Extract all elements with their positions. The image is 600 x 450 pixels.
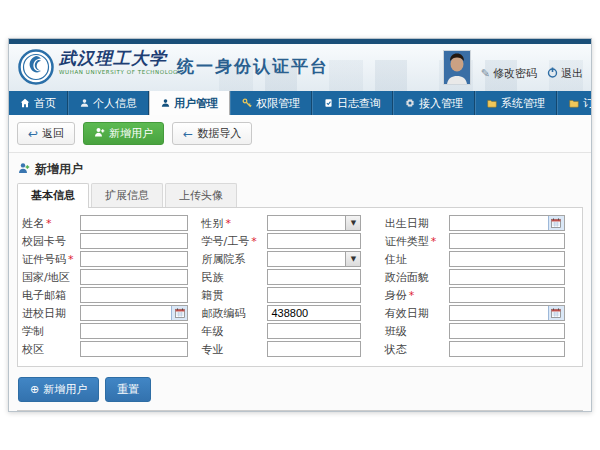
campus-card-input[interactable]: [80, 233, 188, 249]
gender-select[interactable]: ▼: [267, 215, 361, 231]
country-input[interactable]: [80, 269, 188, 285]
name-input[interactable]: [80, 215, 188, 231]
data-import-button[interactable]: ← 数据导入: [172, 122, 252, 145]
birth-date-label-text: 出生日期: [385, 217, 429, 230]
calendar-icon[interactable]: [171, 306, 187, 320]
valid-date-label-text: 有效日期: [385, 307, 429, 320]
form-row-valid-date: 有效日期: [385, 305, 580, 321]
major-label: 专业: [201, 342, 267, 357]
form-row-political-status: 政治面貌: [385, 269, 580, 285]
tab-extended[interactable]: 扩展信息: [91, 183, 163, 207]
email-input[interactable]: [80, 287, 188, 303]
political-status-label: 政治面貌: [385, 270, 449, 285]
required-asterisk: *: [431, 235, 437, 248]
calendar-icon[interactable]: [548, 216, 564, 230]
valid-date-input[interactable]: [450, 306, 548, 320]
log-check-icon: [324, 98, 333, 108]
entry-date-input[interactable]: [81, 306, 171, 320]
form-column-2: 出生日期证件类型*住址政治面貌身份*有效日期班级状态: [385, 215, 580, 357]
address-input[interactable]: [449, 251, 565, 267]
form-row-postal-code: 邮政编码: [201, 305, 384, 321]
reset-button[interactable]: 重置: [105, 377, 151, 402]
form-row-gender: 性别*▼: [201, 215, 384, 231]
nav-tab-label-home: 首页: [34, 96, 56, 111]
tab-avatar[interactable]: 上传头像: [165, 183, 237, 207]
toolbar-add-user-button[interactable]: 新增用户: [83, 122, 164, 145]
nav-tab-logs[interactable]: 日志查询: [312, 91, 393, 115]
user-table-header: 学号/工号姓名性别身份所属院系操作: [18, 411, 582, 412]
nav-tab-permissions[interactable]: 权限管理: [230, 91, 312, 115]
status-input[interactable]: [449, 341, 565, 357]
nav-tab-access[interactable]: 接入管理: [393, 91, 475, 115]
class-input[interactable]: [449, 323, 565, 339]
change-password-link[interactable]: ✎ 修改密码: [481, 66, 537, 81]
nav-tab-system[interactable]: 系统管理: [475, 91, 557, 115]
postal-code-input[interactable]: [267, 305, 361, 321]
toolbar-add-user-label: 新增用户: [109, 126, 153, 141]
nav-tab-users[interactable]: 用户管理: [149, 91, 230, 115]
nav-tab-label-system: 系统管理: [501, 96, 545, 111]
required-asterisk: *: [68, 253, 74, 266]
user-avatar: [443, 50, 471, 85]
name-label: 姓名*: [22, 216, 80, 231]
toolbar: ↩ 返回 新增用户 ← 数据导入: [9, 115, 591, 153]
country-label-text: 国家/地区: [22, 271, 70, 284]
ethnicity-input[interactable]: [267, 269, 361, 285]
id-type-input[interactable]: [449, 233, 565, 249]
political-status-label-text: 政治面貌: [385, 271, 429, 284]
major-input[interactable]: [267, 341, 361, 357]
postal-code-label: 邮政编码: [201, 306, 267, 321]
nav-tab-home[interactable]: 首页: [9, 91, 68, 115]
submit-add-user-button[interactable]: ⊕ 新增用户: [18, 377, 99, 402]
university-name-cn: 武汉理工大学: [59, 50, 182, 67]
gender-select-value: [268, 216, 345, 230]
student-id-input[interactable]: [267, 233, 361, 249]
back-button[interactable]: ↩ 返回: [17, 122, 75, 145]
political-status-input[interactable]: [449, 269, 565, 285]
user-table: 学号/工号姓名性别身份所属院系操作: [17, 410, 583, 412]
postal-code-label-text: 邮政编码: [201, 307, 245, 320]
identity-input[interactable]: [449, 287, 565, 303]
form-row-id-type: 证件类型*: [385, 233, 580, 249]
campus-card-label-text: 校园卡号: [22, 235, 66, 248]
department-select[interactable]: ▼: [267, 251, 361, 267]
logout-label: 退出: [561, 66, 583, 81]
calendar-icon[interactable]: [548, 306, 564, 320]
valid-date-label: 有效日期: [385, 306, 449, 321]
department-label: 所属院系: [201, 252, 267, 267]
entry-date-label: 进校日期: [22, 306, 80, 321]
campus-input[interactable]: [80, 341, 188, 357]
native-place-input[interactable]: [267, 287, 361, 303]
schooling-input[interactable]: [80, 323, 188, 339]
logout-link[interactable]: 退出: [547, 66, 583, 81]
birth-date-field-wrap: [449, 215, 565, 231]
user-plus-icon: [94, 127, 105, 141]
key-icon: [242, 98, 252, 108]
form-row-major: 专业: [201, 341, 384, 357]
id-type-label-text: 证件类型: [385, 235, 429, 248]
address-label-text: 住址: [385, 253, 407, 266]
form-row-entry-date: 进校日期: [22, 305, 201, 321]
main-nav: 首页个人信息用户管理权限管理日志查询接入管理系统管理订阅管理: [9, 91, 591, 115]
nav-tab-profile[interactable]: 个人信息: [68, 91, 149, 115]
country-label: 国家/地区: [22, 270, 80, 285]
nav-tab-subscription[interactable]: 订阅管理: [557, 91, 592, 115]
grade-input[interactable]: [267, 323, 361, 339]
nav-tab-label-users: 用户管理: [174, 96, 218, 111]
chevron-down-icon: ▼: [345, 216, 360, 230]
plus-circle-icon: ⊕: [30, 383, 39, 396]
form-row-birth-date: 出生日期: [385, 215, 580, 231]
entry-date-label-text: 进校日期: [22, 307, 66, 320]
status-label-text: 状态: [385, 343, 407, 356]
form-row-name: 姓名*: [22, 215, 201, 231]
tab-basic[interactable]: 基本信息: [17, 183, 89, 208]
back-arrow-icon: ↩: [28, 128, 38, 140]
new-user-panel: 基本信息扩展信息上传头像 姓名*校园卡号证件号码*国家/地区电子邮箱进校日期学制…: [17, 183, 583, 367]
id-type-label: 证件类型*: [385, 234, 449, 249]
native-place-label-text: 籍贯: [201, 289, 223, 302]
required-asterisk: *: [251, 235, 257, 248]
basic-info-form: 姓名*校园卡号证件号码*国家/地区电子邮箱进校日期学制校区性别*▼学号/工号*所…: [17, 207, 583, 367]
form-row-id-number: 证件号码*: [22, 251, 201, 267]
id-number-input[interactable]: [80, 251, 188, 267]
birth-date-input[interactable]: [450, 216, 548, 230]
